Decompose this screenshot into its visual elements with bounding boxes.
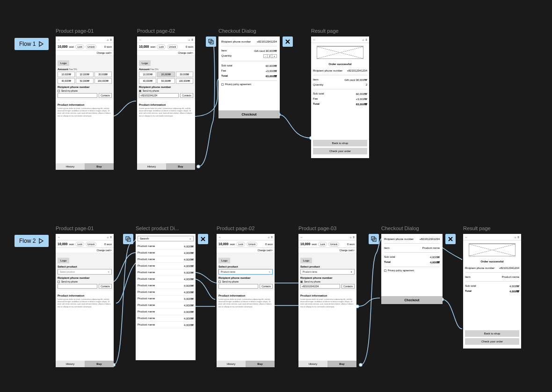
tab-history[interactable]: History [56,163,85,170]
amount-option[interactable]: 10,000₩ [58,72,75,77]
list-item[interactable]: Product name4,000₩ [136,263,196,269]
list-item[interactable]: Product name4,000₩ [136,250,196,256]
check-order-button[interactable]: Check your order [465,338,519,345]
search-icon: ⌕ [189,237,191,240]
svg-point-11 [359,363,362,366]
back-icon[interactable]: ← [139,38,142,41]
amount-option[interactable]: 20,000₩ [76,72,93,77]
amount-option[interactable]: 40,000₩ [58,78,75,84]
frame-checkout-dialog-f2[interactable]: Checkout Dialog Ricipient phone number+8… [381,234,443,304]
list-item[interactable]: Product name4,000₩ [136,276,196,283]
svg-point-2 [197,165,200,168]
brand-logo: Logo [58,60,69,66]
select-product-dropdown[interactable]: Product name▾ [218,269,273,275]
close-icon[interactable] [198,234,208,244]
close-icon[interactable] [445,234,456,244]
product-list: Product name4,000₩ Product name4,000₩ Pr… [136,243,196,328]
list-item[interactable]: Product name4,000₩ [136,256,196,263]
home-icon[interactable]: ⌂ [107,38,109,41]
play-icon [38,238,44,244]
flow-chip-label: Flow 2 [19,238,36,244]
select-product-dropdown[interactable]: Select product▾ [58,269,112,275]
back-icon[interactable]: ← [58,38,60,41]
back-icon[interactable]: ← [313,38,316,41]
contacts-button[interactable]: Contacts [99,93,112,98]
frame-result-page-f2[interactable]: Result page ←⌂≡ Order successful Ricipie… [463,234,521,348]
frame-product-page-01-f2[interactable]: Product page-01 ←⌂≡ 10,000won LockUnlock… [56,234,114,367]
flow-chip-label: Flow 1 [19,41,36,47]
frame-title: Product page-02 [137,28,175,34]
list-item[interactable]: Product name4,000₩ [136,269,196,276]
amount-grid: 10,000₩ 20,000₩ 30,000₩ 40,000₩ 50,000₩ … [58,72,112,84]
send-my-phone-checkbox[interactable] [58,90,60,92]
success-image-placeholder [317,46,363,59]
menu-icon[interactable]: ≡ [110,38,112,41]
back-icon[interactable]: ← [218,236,221,239]
phone-input[interactable] [218,284,258,289]
frame-product-page-01[interactable]: Product page-01 ← ⌂ ≡ 10,000 won Lock Un… [56,36,114,170]
frame-title: Product page-01 [56,28,94,34]
list-item[interactable]: Product name4,000₩ [136,315,196,322]
frame-product-page-02-f2[interactable]: Product page-02 ←⌂≡ 10,000won LockUnlock… [217,234,275,367]
prototype-canvas[interactable]: Flow 1 Flow 2 Product page-01 ← ⌂ ≡ 10,0… [0,0,552,392]
back-to-shop-button[interactable]: Back to shop [465,330,519,337]
back-icon[interactable]: ← [58,236,60,239]
checkout-button[interactable]: Checkout [218,110,280,118]
list-item[interactable]: Product name4,000₩ [136,283,196,289]
list-item[interactable]: Product name4,000₩ [136,309,196,315]
unlock-button[interactable]: Unlock [86,44,96,49]
amount-option[interactable]: 30,000₩ [94,72,112,77]
tab-buy[interactable]: Buy [85,163,114,170]
frame-title: Result page [311,28,339,34]
frame-checkout-dialog[interactable]: Checkout Dialog Ricipient phone number+8… [218,36,280,118]
frame-product-page-02[interactable]: Product page-02 ← ⌂≡ 10,000won Lock Unlo… [137,36,195,170]
prototype-start-icon[interactable] [369,234,379,244]
phone-input[interactable] [58,284,97,289]
list-item[interactable]: Product name4,000₩ [136,322,196,328]
mobile-header: ← ⌂≡ [137,36,195,43]
mobile-header: ← ⌂ ≡ [56,36,114,43]
flow-chip-2[interactable]: Flow 2 [15,235,49,247]
lock-button[interactable]: Lock [75,44,84,49]
amount-option[interactable]: 50,000₩ [76,78,93,84]
list-item[interactable]: Product name4,000₩ [136,302,196,309]
check-order-button[interactable]: Check your order [313,148,367,154]
back-to-shop-button[interactable]: Back to shop [313,140,367,146]
search-input[interactable]: Search⌕ [138,236,194,241]
list-item[interactable]: Product name4,000₩ [136,243,196,250]
amount-option[interactable]: 100,000₩ [94,78,112,84]
checkout-button[interactable]: Checkout [381,296,443,304]
phone-input[interactable] [58,93,97,98]
privacy-checkbox[interactable] [221,83,224,86]
bottom-tabbar: History Buy [56,163,114,170]
success-image-placeholder [469,243,516,256]
play-icon [38,41,44,47]
quantity-stepper[interactable]: -2+ [263,54,277,58]
frame-select-product-dialog[interactable]: Select product Di... Search⌕ Product nam… [136,234,196,360]
charge-cash-link[interactable]: Change cash> [56,51,114,56]
phone-input[interactable]: +821012341234 [300,284,340,289]
phone-input[interactable]: +821012341234 [139,93,179,98]
back-icon[interactable]: ← [300,236,303,239]
list-item[interactable]: Product name4,000₩ [136,289,196,296]
prototype-start-icon[interactable] [206,36,216,47]
send-my-phone-checkbox[interactable] [139,90,141,92]
frame-product-page-03-f2[interactable]: Product page-03 ←⌂≡ 10,000won LockUnlock… [298,234,356,367]
frame-result-page[interactable]: Result page ←⌂≡ Order successful Ricipie… [311,36,369,158]
flow-chip-1[interactable]: Flow 1 [15,38,49,50]
menu-icon[interactable]: ≡ [191,38,193,41]
frame-title: Checkout Dialog [218,28,256,34]
list-item[interactable]: Product name4,000₩ [136,296,196,302]
balance-row: 10,000won Lock Unlock 0 won [137,43,195,51]
back-icon[interactable]: ← [465,236,468,239]
balance-row: 10,000 won Lock Unlock 0 won [56,43,114,51]
select-product-dropdown[interactable]: Product name▾ [300,269,355,275]
home-icon[interactable]: ⌂ [189,38,190,41]
prototype-start-icon[interactable] [123,234,133,244]
close-icon[interactable] [283,36,293,47]
